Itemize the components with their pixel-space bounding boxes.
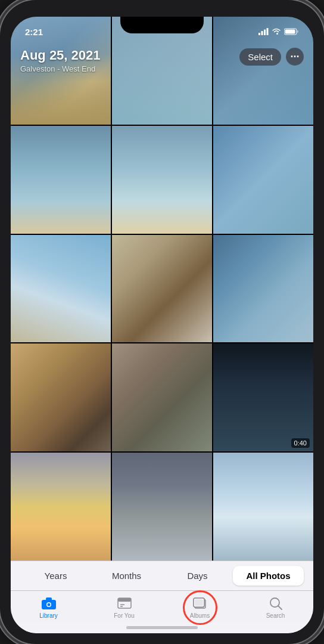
screen-content: 2:21 (11, 17, 313, 633)
svg-rect-16 (194, 598, 204, 607)
phone-screen: 2:21 (11, 17, 313, 633)
svg-rect-0 (258, 33, 260, 35)
photo-cell-9[interactable] (213, 235, 313, 343)
photo-cell-14[interactable] (112, 453, 212, 561)
more-button[interactable]: ··· (286, 48, 304, 66)
home-indicator (11, 621, 313, 633)
svg-rect-6 (285, 30, 295, 34)
photo-cell-7[interactable] (11, 235, 111, 343)
photo-area: 2:21 (11, 17, 313, 561)
tab-for-you-label: For You (114, 612, 134, 619)
photo-grid: 0:40 (11, 17, 313, 561)
notch (120, 17, 204, 33)
phone-frame: 2:21 (0, 0, 324, 644)
svg-rect-5 (297, 30, 298, 33)
header-date: Aug 25, 2021 (20, 48, 101, 63)
tab-bar: Library For You (11, 590, 313, 621)
photo-cell-4[interactable] (11, 126, 111, 234)
tab-days[interactable]: Days (162, 566, 233, 586)
svg-rect-12 (118, 598, 131, 602)
tab-search-label: Search (266, 612, 285, 619)
wifi-icon (272, 28, 281, 35)
photo-header-title: Aug 25, 2021 Galveston - West End (20, 48, 101, 73)
tab-albums[interactable]: Albums (162, 596, 238, 619)
tab-all-photos[interactable]: All Photos (233, 566, 304, 586)
photo-header: Aug 25, 2021 Galveston - West End Select… (11, 43, 313, 73)
tab-library[interactable]: Library (11, 596, 86, 619)
tab-for-you[interactable]: For You (86, 596, 162, 619)
signal-icon (258, 28, 269, 35)
svg-rect-8 (46, 597, 52, 600)
tab-library-label: Library (39, 612, 58, 619)
svg-rect-1 (261, 31, 263, 35)
albums-icon (192, 596, 208, 611)
header-buttons: Select ··· (239, 48, 304, 66)
for-you-icon (117, 596, 132, 611)
select-button[interactable]: Select (239, 48, 281, 66)
svg-rect-17 (194, 598, 204, 607)
search-icon (268, 596, 284, 611)
home-bar (126, 626, 198, 629)
svg-rect-15 (195, 599, 205, 608)
photo-cell-13[interactable] (11, 453, 111, 561)
svg-line-20 (278, 606, 282, 609)
photo-cell-15[interactable] (213, 453, 313, 561)
photo-cell-6[interactable] (213, 126, 313, 234)
tab-years[interactable]: Years (20, 566, 91, 586)
status-time: 2:21 (25, 23, 43, 37)
view-switcher: Years Months Days All Photos (11, 561, 313, 590)
svg-rect-2 (264, 30, 266, 36)
video-duration: 0:40 (291, 438, 310, 448)
tab-albums-label: Albums (190, 612, 210, 619)
svg-rect-18 (195, 599, 203, 606)
tab-months[interactable]: Months (91, 566, 162, 586)
status-icons (258, 24, 299, 35)
svg-rect-3 (267, 28, 269, 35)
library-icon (41, 596, 57, 611)
photo-cell-5[interactable] (112, 126, 212, 234)
header-location: Galveston - West End (20, 64, 101, 73)
photo-cell-10[interactable] (11, 343, 111, 451)
battery-icon (284, 28, 299, 35)
photo-cell-12[interactable]: 0:40 (213, 343, 313, 451)
photo-cell-8[interactable] (112, 235, 212, 343)
bottom-section: Years Months Days All Photos (11, 561, 313, 633)
photo-cell-11[interactable] (112, 343, 212, 451)
tab-search[interactable]: Search (238, 596, 313, 619)
svg-point-10 (47, 603, 50, 606)
